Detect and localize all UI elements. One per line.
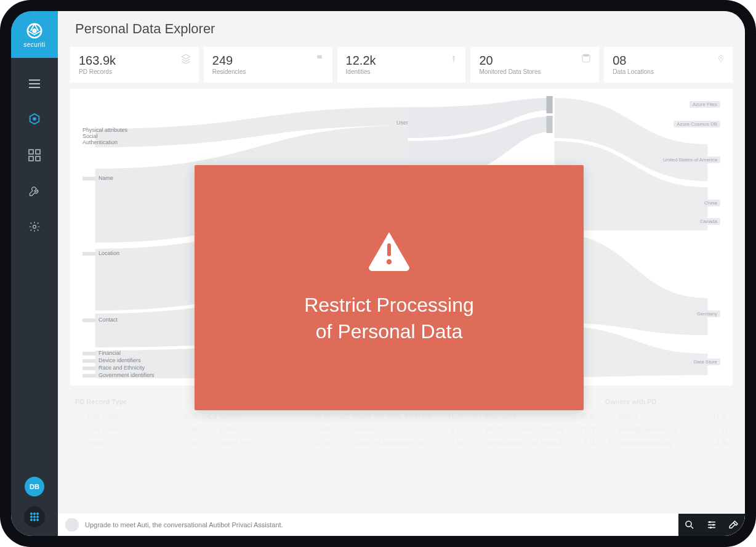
stat-card[interactable]: 08Data Locations xyxy=(604,47,733,83)
svg-point-20 xyxy=(720,57,722,59)
sidebar-item-dashboard[interactable] xyxy=(25,145,44,165)
search-icon xyxy=(684,519,695,530)
sidebar-item-tools[interactable] xyxy=(25,181,44,201)
tag-icon xyxy=(75,425,84,434)
svg-rect-4 xyxy=(36,150,40,154)
cell-value: 1k xyxy=(721,426,728,433)
svg-rect-33 xyxy=(387,243,391,256)
cell-value: 8.1k xyxy=(451,426,463,433)
modal-title-line2: of Personal Data xyxy=(304,318,474,345)
cell-text: Email xyxy=(87,439,105,447)
cell-value: 7.8k xyxy=(451,440,463,447)
svg-point-15 xyxy=(33,519,35,521)
stat-label: Identities xyxy=(346,68,457,75)
svg-point-19 xyxy=(582,54,590,57)
sankey-right-label: Data Store xyxy=(691,359,720,365)
hexagon-icon xyxy=(28,113,41,126)
table-row[interactable]: Last name24.9kLDAP-UK23.4kMovies8.1kMbiz… xyxy=(70,423,733,436)
cube-icon xyxy=(473,425,481,434)
hamburger-menu-button[interactable] xyxy=(25,74,44,94)
sankey-left-label: Physical attributes xyxy=(82,127,127,133)
table-cell: Cisco HR-Employee.csv7.8k xyxy=(335,436,467,450)
svg-point-11 xyxy=(30,516,32,517)
chat-bar[interactable]: Upgrade to meet Auti, the conversational… xyxy=(58,514,745,536)
cell-text: perjury xyxy=(617,412,638,419)
cell-value: 23.4k xyxy=(315,426,330,433)
apps-grid-icon xyxy=(29,511,40,522)
search-button[interactable] xyxy=(678,514,701,536)
restrict-processing-modal[interactable]: Restrict Processing of Personal Data xyxy=(195,165,584,410)
sankey-left-label: Financial xyxy=(82,350,121,356)
build-button[interactable] xyxy=(723,514,745,536)
user-icon xyxy=(605,425,614,434)
app-screen: securiti DB xyxy=(11,11,745,536)
cube-icon xyxy=(473,439,481,447)
folder-icon xyxy=(340,439,348,447)
stat-card[interactable]: 163.9kPD Records xyxy=(70,47,199,83)
sankey-left-label: Social xyxy=(82,133,98,139)
svg-rect-5 xyxy=(29,156,33,161)
svg-point-8 xyxy=(30,513,32,514)
folder-icon xyxy=(340,425,348,434)
cell-value: 47.2k xyxy=(315,413,330,419)
brand-name: securiti xyxy=(23,41,46,48)
hamburger-icon xyxy=(29,79,40,88)
sankey-left-label: Government identifiers xyxy=(82,372,155,378)
db-icon xyxy=(581,53,592,67)
sankey-left-label: Contact xyxy=(82,317,118,323)
table-header: Owners with PD xyxy=(600,394,733,409)
avatar[interactable]: DB xyxy=(25,477,44,496)
sidebar: securiti DB xyxy=(11,11,58,536)
cube-icon xyxy=(473,411,481,420)
table-cell: Movies8.1k xyxy=(335,423,467,436)
stat-card[interactable]: 12.2kIdentities xyxy=(337,47,466,83)
svg-point-14 xyxy=(30,519,32,521)
sankey-right-label: Germany xyxy=(694,310,720,317)
person-icon xyxy=(449,53,458,68)
tag-icon xyxy=(75,411,84,420)
svg-point-24 xyxy=(608,413,611,416)
sankey-right-label: Azure Files xyxy=(690,101,720,108)
stats-row: 163.9kPD Records249Residencies12.2kIdent… xyxy=(70,47,733,83)
grid-icon xyxy=(28,149,41,161)
svg-point-2 xyxy=(33,117,36,121)
cell-text: Movies xyxy=(352,426,374,433)
sankey-left-label: Name xyxy=(82,175,113,181)
cell-text: Last name xyxy=(87,426,119,433)
table-cell: First name26.4k xyxy=(70,409,203,423)
cell-text: LDAP-UK xyxy=(220,426,249,433)
stat-label: Monitored Data Stores xyxy=(479,68,590,75)
sankey-mid-label: User xyxy=(396,120,408,126)
stat-value: 249 xyxy=(212,54,324,67)
cell-text: Cisco HR-Employee.csv xyxy=(352,439,425,447)
sankey-left-label: Race and Ethnicity xyxy=(82,365,145,371)
filter-button[interactable] xyxy=(701,514,723,536)
sidebar-item-settings[interactable] xyxy=(25,217,44,237)
cell-value: 21.7k xyxy=(183,440,198,447)
cell-text: GDrive xyxy=(220,412,241,419)
stat-card[interactable]: 20Monitored Data Stores xyxy=(470,47,599,83)
table-cell: rose@demoss.org4.9k xyxy=(600,436,733,450)
stat-label: Residencies xyxy=(212,68,324,75)
svg-point-27 xyxy=(78,441,79,442)
cell-value: 22.3k xyxy=(315,440,330,447)
sankey-right-label: China xyxy=(701,200,720,206)
sankey-left-label: Location xyxy=(82,250,119,256)
table-cell: admin@demoss.org1k xyxy=(600,423,733,436)
table-row[interactable]: First name26.4kGDrive47.2kMbiz0_DS_New_1… xyxy=(70,409,733,423)
user-icon xyxy=(605,411,614,420)
cloud-icon xyxy=(207,411,216,420)
table-cell: WebInDesignTrial.PUBLA9.1k xyxy=(468,436,600,450)
sankey-right-label: United States of America xyxy=(660,156,720,163)
cell-text: Azure Files xyxy=(220,439,254,447)
apps-button[interactable] xyxy=(24,506,45,527)
table-row[interactable]: Email21.7kAzure Files22.3kCisco HR-Emplo… xyxy=(70,436,733,450)
sidebar-item-explorer[interactable] xyxy=(25,110,44,129)
cell-value: 11.2k xyxy=(580,426,595,433)
table-header: PD Record Type xyxy=(70,394,203,409)
cell-value: 9.1k xyxy=(584,440,595,447)
brand-logo[interactable]: securiti xyxy=(11,11,58,58)
table-cell: GDrive47.2k xyxy=(203,409,335,423)
svg-point-13 xyxy=(36,516,38,517)
stat-card[interactable]: 249Residencies xyxy=(204,47,332,83)
